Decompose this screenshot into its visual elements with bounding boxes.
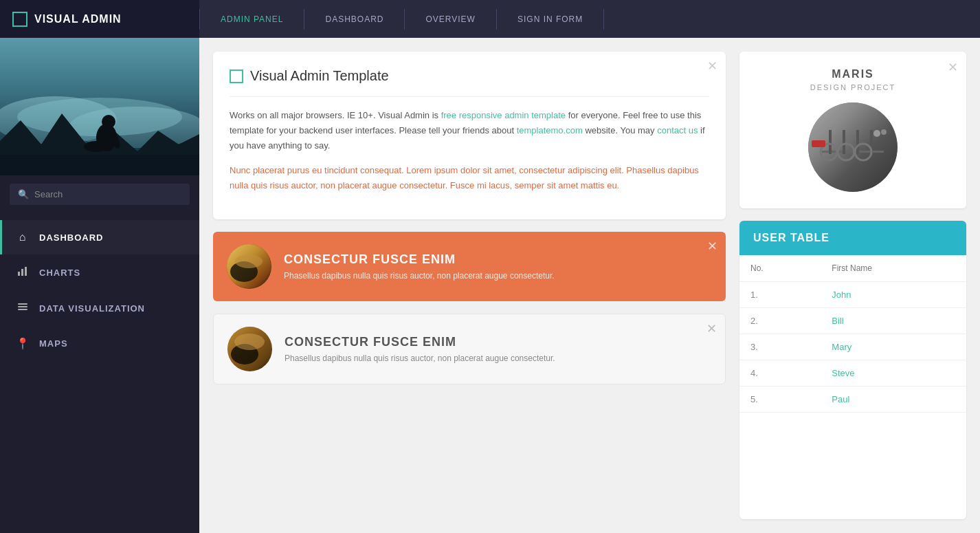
svg-rect-13 [18,303,27,305]
charts-icon [16,265,30,279]
main-card-close[interactable]: ✕ [707,60,717,72]
table-cell-num: 1. [739,282,821,308]
search-input[interactable] [34,189,181,199]
sidebar-item-charts[interactable]: CHARTS [0,254,199,290]
nav-admin-panel[interactable]: ADMIN PANEL [200,14,304,24]
profile-close[interactable]: ✕ [948,60,958,75]
card-title-row: Visual Admin Template [230,68,709,84]
svg-point-21 [234,334,265,350]
main-info-card: ✕ Visual Admin Template Works on all maj… [213,52,726,219]
svg-rect-10 [18,272,20,276]
profile-role: DESIGN PROJECT [753,83,953,91]
svg-rect-33 [812,140,825,147]
svg-point-7 [102,115,115,129]
svg-rect-24 [829,130,832,154]
user-table-header: USER TABLE [739,221,966,255]
maps-icon: 📍 [16,337,30,350]
top-navigation: VISUAL ADMIN ADMIN PANEL DASHBOARD OVERV… [0,0,980,38]
data-viz-icon [16,301,30,315]
nav-dashboard[interactable]: DASHBOARD [304,14,404,24]
table-cell-name[interactable]: Paul [821,387,966,413]
table-cell-name[interactable]: Bill [821,308,966,334]
table-row: 3.Mary [739,334,966,360]
profile-avatar [808,102,898,192]
sidebar-hero-svg [0,38,199,175]
profile-name: MARIS [753,68,953,80]
svg-rect-14 [18,306,27,307]
search-box: 🔍 [10,184,190,205]
svg-point-18 [235,254,263,268]
sidebar-item-label-maps: MAPS [39,338,68,349]
svg-point-31 [873,130,880,137]
logo-area: VISUAL ADMIN [0,12,199,27]
logo-icon [12,12,27,27]
sidebar-item-maps[interactable]: 📍 MAPS [0,326,199,361]
user-table-title: USER TABLE [753,232,829,243]
nav-separator [603,9,604,30]
nav-overview[interactable]: OVERVIEW [405,14,495,24]
sidebar-item-label-charts: CHARTS [39,268,80,278]
col-no: No. [739,255,821,282]
sidebar-item-data-visualization[interactable]: DATA VISUALIZATION [0,290,199,326]
table-row: 2.Bill [739,308,966,334]
table-row: 5.Paul [739,387,966,413]
sidebar-hero-image [0,38,199,175]
right-column: ✕ MARIS DESIGN PROJECT [739,52,966,519]
link-templatemo[interactable]: templatemo.com [517,125,583,135]
nav-links: ADMIN PANEL DASHBOARD OVERVIEW SIGN IN F… [199,0,980,38]
table-cell-name[interactable]: John [821,282,966,308]
sidebar-nav: ⌂ DASHBOARD CHARTS DATA VISUALIZATION 📍 … [0,213,199,533]
search-area: 🔍 [0,175,199,213]
main-layout: 🔍 ⌂ DASHBOARD CHARTS DATA VISUALIZATION [0,38,980,533]
sidebar: 🔍 ⌂ DASHBOARD CHARTS DATA VISUALIZATION [0,38,199,533]
gray-alert-avatar [227,327,272,371]
orange-alert-card: ✕ [213,232,726,301]
link-contact-us[interactable]: contact us [657,125,698,135]
search-icon: 🔍 [18,189,29,199]
gray-card: ✕ [213,314,726,384]
dashboard-icon: ⌂ [16,231,30,243]
table-cell-num: 5. [739,387,821,413]
table-cell-name[interactable]: Steve [821,360,966,387]
gray-card-subtitle: Phasellus dapibus nulla quis risus aucto… [285,353,555,363]
card-paragraph-2: Nunc placerat purus eu tincidunt consequ… [230,163,709,193]
orange-alert-content: CONSECTUR FUSCE ENIM Phasellus dapibus n… [284,252,555,281]
orange-alert-close[interactable]: ✕ [707,239,717,254]
table-row: 1.John [739,282,966,308]
card-divider [230,96,709,97]
profile-card: ✕ MARIS DESIGN PROJECT [739,52,966,208]
svg-rect-11 [21,269,23,276]
user-table: No. First Name 1.John2.Bill3.Mary4.Steve… [739,255,966,413]
table-cell-num: 2. [739,308,821,334]
content-area: ✕ Visual Admin Template Works on all maj… [199,38,980,533]
gray-card-content: CONSECTUR FUSCE ENIM Phasellus dapibus n… [285,335,555,363]
card-title-icon [230,69,243,83]
sidebar-item-label-dashboard: DASHBOARD [39,232,104,243]
svg-rect-5 [0,155,199,175]
orange-alert-title: CONSECTUR FUSCE ENIM [284,252,555,267]
main-column: ✕ Visual Admin Template Works on all maj… [213,52,726,519]
sidebar-item-label-data-viz: DATA VISUALIZATION [39,303,145,314]
table-row: 4.Steve [739,360,966,387]
gray-card-close[interactable]: ✕ [706,321,717,336]
gray-card-title: CONSECTUR FUSCE ENIM [285,335,555,349]
card-paragraph-1: Works on all major browsers. IE 10+. Vis… [230,108,709,153]
svg-rect-12 [25,267,27,276]
svg-rect-26 [856,130,859,154]
sidebar-item-dashboard[interactable]: ⌂ DASHBOARD [0,220,199,254]
table-cell-num: 4. [739,360,821,387]
table-cell-name[interactable]: Mary [821,334,966,360]
user-table-card: USER TABLE No. First Name 1.John2.Bill3.… [739,221,966,519]
svg-point-8 [84,141,109,152]
app-title: VISUAL ADMIN [34,13,122,25]
orange-alert-avatar [227,244,271,289]
col-first-name: First Name [821,255,966,282]
svg-rect-15 [18,309,27,310]
svg-point-32 [881,129,887,135]
svg-rect-25 [843,130,845,154]
orange-alert-subtitle: Phasellus dapibus nulla quis risus aucto… [284,271,555,281]
card-title: Visual Admin Template [250,68,389,84]
link-responsive-template[interactable]: free responsive admin template [441,110,566,120]
table-cell-num: 3. [739,334,821,360]
nav-sign-in[interactable]: SIGN IN FORM [497,14,603,24]
